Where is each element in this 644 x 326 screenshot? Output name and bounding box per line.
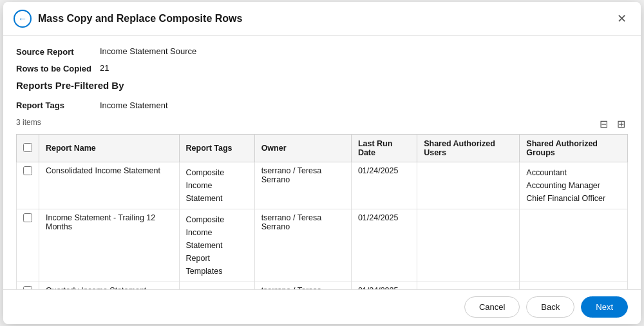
grid-icon: ⊞: [617, 119, 625, 129]
rows-to-copy-label: Rows to be Copied: [16, 63, 100, 73]
cell-owner: tserrano / Teresa Serrano: [254, 282, 351, 290]
group-item: Chief Financial Officer: [526, 192, 621, 205]
filter-label: Report Tags: [16, 100, 100, 110]
cell-last-run-date: 01/24/2025: [351, 209, 417, 282]
cancel-button[interactable]: Cancel: [464, 296, 520, 318]
col-shared-users: Shared Authorized Users: [417, 135, 520, 162]
cell-report-tags: CompositeIncome StatementReport Template…: [179, 282, 254, 290]
rows-to-copy-row: Rows to be Copied 21: [16, 63, 628, 73]
cell-last-run-date: 01/24/2025: [351, 162, 417, 209]
col-last-run-date: Last Run Date: [351, 135, 417, 162]
table-body: Consolidated Income StatementCompositeIn…: [17, 162, 628, 290]
close-button[interactable]: ✕: [612, 10, 630, 28]
table-toolbar: 3 items ⊟ ⊞: [16, 117, 628, 131]
table-row: Consolidated Income StatementCompositeIn…: [17, 162, 628, 209]
next-button[interactable]: Next: [581, 296, 628, 318]
cell-shared-users: [417, 282, 520, 290]
cell-report-name: Quarterly Income Statement: [39, 282, 180, 290]
select-all-checkbox[interactable]: [23, 143, 32, 152]
grid-icon-button[interactable]: ⊞: [614, 117, 628, 131]
modal-header: ← Mass Copy and Replace Composite Rows ✕: [3, 2, 641, 36]
source-report-label: Source Report: [16, 46, 100, 57]
filter-icon-button[interactable]: ⊟: [597, 117, 611, 131]
filter-row: Report Tags Income Statement: [16, 100, 628, 110]
cell-report-name: Consolidated Income Statement: [39, 162, 180, 209]
cell-shared-groups: [520, 209, 628, 282]
cell-report-name: Income Statement - Trailing 12 Months: [39, 209, 180, 282]
table-header: Report Name Report Tags Owner Last Run D…: [17, 135, 628, 162]
source-report-row: Source Report Income Statement Source: [16, 46, 628, 57]
back-arrow-icon: ←: [18, 14, 27, 24]
cell-shared-groups: [520, 282, 628, 290]
tag-item: Report Templates: [186, 252, 248, 278]
row-checkbox[interactable]: [23, 166, 32, 175]
col-report-tags: Report Tags: [179, 135, 254, 162]
cell-owner: tserrano / Teresa Serrano: [254, 162, 351, 209]
group-item: Accountant: [526, 166, 621, 179]
back-circle-button[interactable]: ←: [14, 10, 32, 28]
close-icon: ✕: [617, 12, 627, 26]
table-row: Income Statement - Trailing 12 MonthsCom…: [17, 209, 628, 282]
filter-icon: ⊟: [600, 119, 608, 129]
tag-item: Composite: [186, 166, 248, 179]
cell-shared-users: [417, 209, 520, 282]
item-count: 3 items: [16, 118, 41, 127]
col-report-name: Report Name: [39, 135, 180, 162]
row-checkbox-cell[interactable]: [17, 209, 39, 282]
modal-overlay: ← Mass Copy and Replace Composite Rows ✕…: [0, 0, 644, 326]
tag-item: Income Statement: [186, 226, 248, 252]
group-item: Accounting Manager: [526, 179, 621, 192]
rows-to-copy-value: 21: [100, 63, 109, 73]
cell-owner: tserrano / Teresa Serrano: [254, 209, 351, 282]
cell-report-tags: CompositeIncome Statement: [179, 162, 254, 209]
modal-title: Mass Copy and Replace Composite Rows: [38, 13, 612, 24]
data-table: Report Name Report Tags Owner Last Run D…: [16, 134, 628, 289]
cell-shared-users: [417, 162, 520, 209]
table-row: Quarterly Income StatementCompositeIncom…: [17, 282, 628, 290]
modal-container: ← Mass Copy and Replace Composite Rows ✕…: [3, 2, 641, 324]
tag-item: Income Statement: [186, 179, 248, 205]
cell-shared-groups: AccountantAccounting ManagerChief Financ…: [520, 162, 628, 209]
cell-report-tags: CompositeIncome StatementReport Template…: [179, 209, 254, 282]
cell-last-run-date: 01/24/2025: [351, 282, 417, 290]
back-button[interactable]: Back: [526, 296, 574, 318]
col-owner: Owner: [254, 135, 351, 162]
header-select-all[interactable]: [17, 135, 39, 162]
filter-value: Income Statement: [100, 101, 168, 110]
row-checkbox-cell[interactable]: [17, 162, 39, 209]
col-shared-groups: Shared Authorized Groups: [520, 135, 628, 162]
section-title: Reports Pre-Filtered By: [16, 80, 628, 91]
table-icons: ⊟ ⊞: [597, 117, 628, 131]
modal-footer: Cancel Back Next: [3, 289, 641, 324]
row-checkbox[interactable]: [23, 213, 32, 222]
tag-item: Composite: [186, 213, 248, 226]
source-report-value: Income Statement Source: [100, 46, 196, 56]
row-checkbox-cell[interactable]: [17, 282, 39, 290]
modal-body: Source Report Income Statement Source Ro…: [3, 36, 641, 289]
